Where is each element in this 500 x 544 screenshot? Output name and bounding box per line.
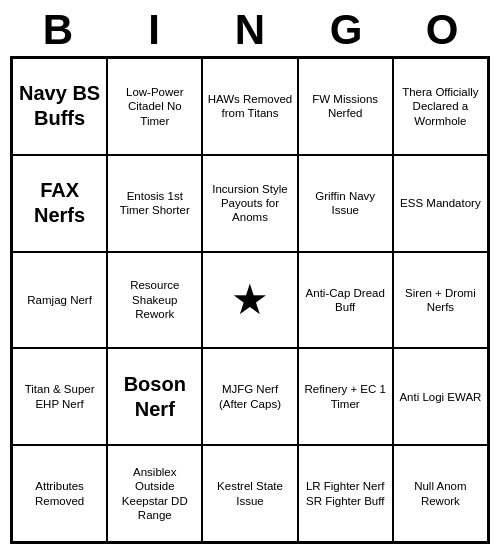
letter-g: G <box>303 6 389 54</box>
bingo-cell-15: Titan & Super EHP Nerf <box>12 348 107 445</box>
bingo-cell-23: LR Fighter Nerf SR Fighter Buff <box>298 445 393 542</box>
bingo-cell-8: Griffin Navy Issue <box>298 155 393 252</box>
bingo-grid: Navy BS BuffsLow-Power Citadel No TimerH… <box>10 56 490 544</box>
bingo-cell-22: Kestrel State Issue <box>202 445 297 542</box>
bingo-cell-2: HAWs Removed from Titans <box>202 58 297 155</box>
bingo-cell-7: Incursion Style Payouts for Anoms <box>202 155 297 252</box>
bingo-cell-16: Boson Nerf <box>107 348 202 445</box>
bingo-cell-20: Attributes Removed <box>12 445 107 542</box>
bingo-cell-11: Resource Shakeup Rework <box>107 252 202 349</box>
letter-b: B <box>15 6 101 54</box>
bingo-cell-13: Anti-Cap Dread Buff <box>298 252 393 349</box>
bingo-cell-3: FW Missions Nerfed <box>298 58 393 155</box>
bingo-cell-10: Ramjag Nerf <box>12 252 107 349</box>
letter-o: O <box>399 6 485 54</box>
bingo-cell-21: Ansiblex Outside Keepstar DD Range <box>107 445 202 542</box>
bingo-cell-17: MJFG Nerf (After Caps) <box>202 348 297 445</box>
letter-i: I <box>111 6 197 54</box>
bingo-cell-4: Thera Officially Declared a Wormhole <box>393 58 488 155</box>
bingo-cell-14: Siren + Dromi Nerfs <box>393 252 488 349</box>
bingo-header: B I N G O <box>10 0 490 56</box>
bingo-cell-9: ESS Mandatory <box>393 155 488 252</box>
bingo-cell-19: Anti Logi EWAR <box>393 348 488 445</box>
bingo-cell-6: Entosis 1st Timer Shorter <box>107 155 202 252</box>
bingo-cell-18: Refinery + EC 1 Timer <box>298 348 393 445</box>
bingo-cell-12: ★ <box>202 252 297 349</box>
bingo-cell-5: FAX Nerfs <box>12 155 107 252</box>
bingo-cell-24: Null Anom Rework <box>393 445 488 542</box>
bingo-cell-0: Navy BS Buffs <box>12 58 107 155</box>
letter-n: N <box>207 6 293 54</box>
bingo-cell-1: Low-Power Citadel No Timer <box>107 58 202 155</box>
